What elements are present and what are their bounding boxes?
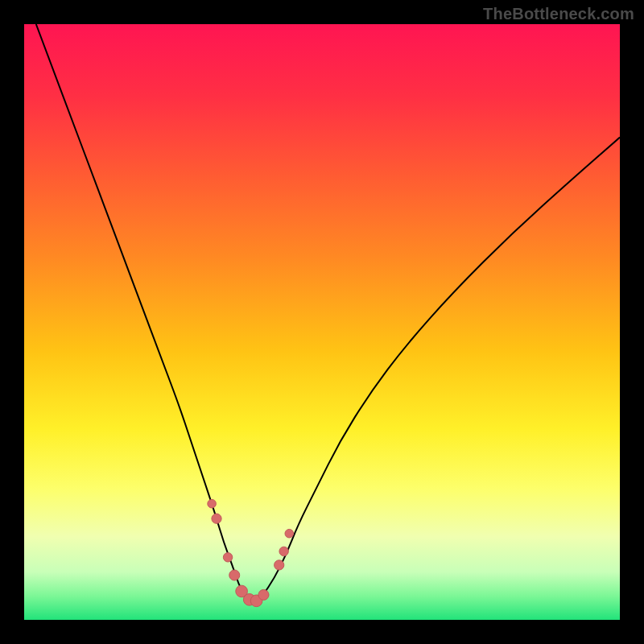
marker-point: [229, 570, 240, 580]
marker-point: [223, 553, 232, 562]
marker-point: [212, 514, 221, 523]
watermark-label: TheBottleneck.com: [483, 5, 634, 23]
marker-point: [258, 589, 269, 600]
chart-svg: [24, 24, 620, 620]
marker-point: [275, 560, 284, 570]
marker-point: [279, 547, 288, 555]
marker-point: [208, 499, 217, 508]
chart-frame: TheBottleneck.com: [0, 0, 644, 644]
marker-point: [285, 529, 294, 538]
gradient-background: [24, 24, 620, 620]
plot-area: [24, 24, 620, 620]
